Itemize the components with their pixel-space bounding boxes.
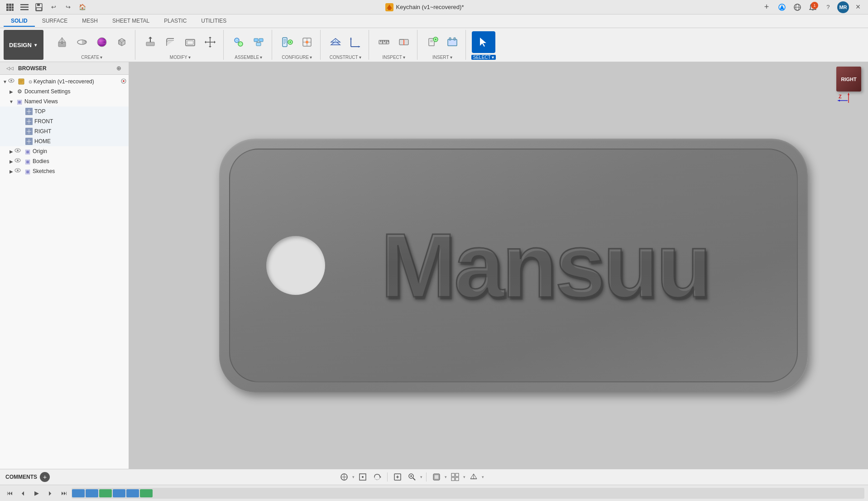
add-tab-button[interactable]: +	[760, 1, 773, 14]
sketches-expand[interactable]: ▶	[8, 168, 14, 174]
comments-add-button[interactable]: +	[40, 472, 50, 482]
timeline-forward-button[interactable]: ⏵	[44, 487, 56, 499]
timeline-item-sketch3[interactable]	[113, 489, 125, 497]
zoom-button[interactable]	[406, 471, 418, 483]
sketches-visibility-icon[interactable]	[14, 168, 22, 175]
revolve-button[interactable]	[72, 33, 91, 52]
canvas-button[interactable]	[443, 33, 462, 52]
tab-sheet-metal[interactable]: SHEET METAL	[105, 16, 157, 27]
zoom-dropdown-arrow[interactable]: ▾	[420, 475, 422, 479]
view-front-item[interactable]: FRONT	[0, 116, 129, 126]
orientation-cube[interactable]: RIGHT Z	[836, 67, 863, 98]
tree-named-views[interactable]: ▼ ▣ Named Views	[6, 96, 129, 106]
grid-options-dropdown[interactable]: ▾	[463, 475, 465, 479]
view-right-item[interactable]: RIGHT	[0, 126, 129, 136]
move-button[interactable]	[201, 33, 220, 52]
save-button[interactable]	[33, 1, 45, 14]
measure-button[interactable]	[374, 33, 393, 52]
tree-origin[interactable]: ▶ ▣ Origin	[6, 146, 129, 156]
section-analysis-button[interactable]	[394, 33, 413, 52]
inspect-label[interactable]: INSPECT ▾	[383, 55, 405, 60]
fillet-button[interactable]	[161, 33, 180, 52]
viewport[interactable]: Mansuu RIGHT Z	[129, 62, 868, 469]
assemble-label[interactable]: ASSEMBLE ▾	[235, 55, 262, 60]
tab-plastic[interactable]: PLASTIC	[157, 16, 194, 27]
fit-view-button[interactable]	[391, 471, 404, 483]
timeline-back-button[interactable]: ⏴	[17, 487, 29, 499]
configure-label[interactable]: CONFIGURE ▾	[282, 55, 312, 60]
offset-plane-button[interactable]	[326, 33, 345, 52]
bodies-visibility-icon[interactable]	[14, 158, 22, 165]
tab-mesh[interactable]: MESH	[75, 16, 105, 27]
tree-sketches[interactable]: ▶ ▣ Sketches	[6, 166, 129, 176]
construct-label[interactable]: CONSTRUCT ▾	[330, 55, 361, 60]
construct-btn2[interactable]	[346, 33, 365, 52]
select-button[interactable]	[472, 31, 495, 53]
timeline-play-button[interactable]: ▶	[31, 487, 43, 499]
timeline-start-button[interactable]: ⏮	[4, 487, 15, 499]
apps-button[interactable]	[4, 1, 16, 14]
grid-options-button[interactable]	[449, 471, 461, 483]
user-avatar[interactable]: MR	[837, 1, 849, 13]
sphere-button[interactable]	[92, 33, 111, 52]
root-visibility-icon[interactable]	[8, 78, 15, 85]
joint-button[interactable]	[229, 33, 248, 52]
bodies-expand[interactable]: ▶	[8, 158, 14, 164]
display-dropdown-arrow[interactable]: ▾	[445, 475, 447, 479]
create-label[interactable]: CREATE ▾	[81, 55, 102, 60]
display-mode-button[interactable]	[430, 471, 443, 483]
timeline-item-sketch1[interactable]	[72, 489, 85, 497]
timeline-item-sketch4[interactable]	[126, 489, 139, 497]
tab-solid[interactable]: SOLID	[4, 16, 35, 27]
tree-doc-settings[interactable]: ▶ ⚙ Document Settings	[6, 87, 129, 96]
origin-expand[interactable]: ▶	[8, 148, 14, 154]
insert-label[interactable]: INSERT ▾	[432, 55, 452, 60]
view-home-item[interactable]: HOME	[0, 136, 129, 146]
help-button[interactable]: ?	[822, 1, 834, 14]
joint-dropdown-arrow[interactable]: ▾	[352, 475, 355, 479]
configure-btn1[interactable]	[278, 33, 297, 52]
close-button[interactable]: ×	[852, 1, 864, 14]
timeline-item-extrude1[interactable]	[99, 489, 112, 497]
timeline-item-extrude2[interactable]	[140, 489, 153, 497]
home-button[interactable]: 🏠	[76, 1, 89, 14]
origin-visibility-icon[interactable]	[14, 148, 22, 155]
joint-origin-button[interactable]	[338, 471, 350, 483]
menu-button[interactable]	[18, 1, 31, 14]
grid-snap-button[interactable]	[356, 471, 369, 483]
configure-btn2[interactable]	[297, 33, 317, 52]
extensions-button[interactable]	[776, 1, 788, 14]
tree-root-item[interactable]: ▼ ⊙ Keychain (v1~recovered)	[0, 77, 129, 87]
box-button[interactable]	[112, 33, 131, 52]
view-right-icon	[25, 128, 33, 135]
tab-utilities[interactable]: UTILITIES	[194, 16, 234, 27]
undo-button[interactable]: ↩	[47, 1, 60, 14]
tree-bodies[interactable]: ▶ ▣ Bodies	[6, 156, 129, 166]
browser-collapse-button[interactable]: ◁◁	[4, 62, 16, 75]
notification-button[interactable]: 1	[806, 1, 819, 14]
root-settings-icon[interactable]: ⊙	[27, 78, 34, 85]
design-button[interactable]: DESIGN ▼	[4, 30, 43, 60]
component-button[interactable]	[249, 33, 268, 52]
timeline-item-sketch2[interactable]	[86, 489, 98, 497]
timeline-end-button[interactable]: ⏭	[58, 487, 70, 499]
shell-button[interactable]	[181, 33, 200, 52]
view-cube-dropdown[interactable]: ▾	[482, 475, 484, 479]
orientation-cube-face[interactable]: RIGHT	[836, 67, 861, 92]
orbit-button[interactable]	[371, 471, 384, 483]
browser-settings-button[interactable]: ⊕	[112, 62, 125, 75]
named-views-expand[interactable]: ▼	[8, 98, 14, 105]
timeline-track[interactable]	[72, 488, 864, 499]
tab-surface[interactable]: SURFACE	[35, 16, 75, 27]
extrude-button[interactable]	[53, 33, 72, 52]
modify-label[interactable]: MODIFY ▾	[170, 55, 191, 60]
root-expand-arrow[interactable]: ▼	[2, 78, 8, 85]
insert-derive-button[interactable]	[423, 33, 442, 52]
view-cube-options-button[interactable]	[467, 471, 480, 483]
globe-button[interactable]	[791, 1, 804, 14]
select-label[interactable]: SELECT ▾	[471, 55, 496, 60]
press-pull-button[interactable]	[141, 33, 160, 52]
redo-button[interactable]: ↪	[62, 1, 74, 14]
doc-expand[interactable]: ▶	[8, 88, 14, 95]
view-top-item[interactable]: TOP	[0, 106, 129, 116]
